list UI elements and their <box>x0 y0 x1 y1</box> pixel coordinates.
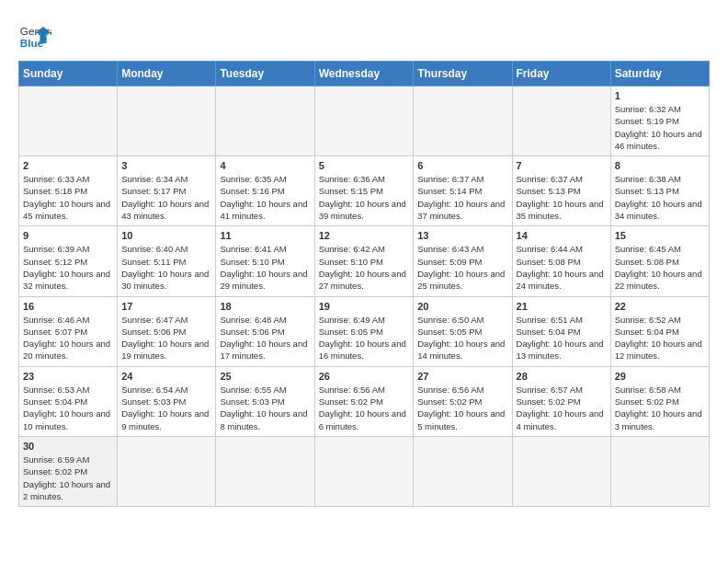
calendar-cell: 7Sunrise: 6:37 AM Sunset: 5:13 PM Daylig… <box>512 156 610 226</box>
calendar-cell <box>216 436 314 506</box>
weekday-header: Thursday <box>414 62 512 86</box>
day-number: 13 <box>417 230 507 241</box>
day-number: 10 <box>121 230 211 241</box>
day-info: Sunrise: 6:45 AM Sunset: 5:08 PM Dayligh… <box>615 243 705 292</box>
calendar-cell: 9Sunrise: 6:39 AM Sunset: 5:12 PM Daylig… <box>19 226 118 296</box>
day-number: 21 <box>517 301 607 312</box>
calendar-cell <box>512 436 610 506</box>
weekday-row: SundayMondayTuesdayWednesdayThursdayFrid… <box>19 62 710 86</box>
calendar-week-row: 30Sunrise: 6:59 AM Sunset: 5:02 PM Dayli… <box>19 436 710 506</box>
calendar-cell: 22Sunrise: 6:52 AM Sunset: 5:04 PM Dayli… <box>610 296 709 366</box>
day-number: 8 <box>615 160 705 171</box>
day-info: Sunrise: 6:54 AM Sunset: 5:03 PM Dayligh… <box>121 384 211 432</box>
day-info: Sunrise: 6:56 AM Sunset: 5:02 PM Dayligh… <box>417 384 507 432</box>
day-info: Sunrise: 6:37 AM Sunset: 5:14 PM Dayligh… <box>417 173 507 222</box>
day-number: 24 <box>121 371 211 382</box>
day-number: 5 <box>319 160 410 171</box>
calendar-week-row: 2Sunrise: 6:33 AM Sunset: 5:18 PM Daylig… <box>19 156 710 226</box>
calendar-cell <box>610 436 709 506</box>
calendar-cell <box>314 86 414 156</box>
day-info: Sunrise: 6:38 AM Sunset: 5:13 PM Dayligh… <box>615 173 705 222</box>
day-number: 17 <box>121 301 211 312</box>
calendar-cell: 5Sunrise: 6:36 AM Sunset: 5:15 PM Daylig… <box>314 156 414 226</box>
day-number: 30 <box>23 441 113 452</box>
day-info: Sunrise: 6:53 AM Sunset: 5:04 PM Dayligh… <box>23 384 113 432</box>
calendar-cell: 3Sunrise: 6:34 AM Sunset: 5:17 PM Daylig… <box>118 156 216 226</box>
day-number: 6 <box>417 160 507 171</box>
day-number: 1 <box>615 90 705 101</box>
day-info: Sunrise: 6:37 AM Sunset: 5:13 PM Dayligh… <box>517 173 607 222</box>
calendar-cell <box>118 436 216 506</box>
day-number: 23 <box>23 371 113 382</box>
day-number: 7 <box>517 160 607 171</box>
weekday-header: Wednesday <box>314 62 414 86</box>
calendar-cell: 24Sunrise: 6:54 AM Sunset: 5:03 PM Dayli… <box>118 366 216 436</box>
calendar-cell: 17Sunrise: 6:47 AM Sunset: 5:06 PM Dayli… <box>118 296 216 366</box>
calendar-cell: 30Sunrise: 6:59 AM Sunset: 5:02 PM Dayli… <box>19 436 118 506</box>
logo-icon: General Blue <box>18 18 51 52</box>
calendar-cell: 21Sunrise: 6:51 AM Sunset: 5:04 PM Dayli… <box>512 296 610 366</box>
calendar-cell: 10Sunrise: 6:40 AM Sunset: 5:11 PM Dayli… <box>118 226 216 296</box>
day-number: 29 <box>615 371 705 382</box>
calendar-cell: 23Sunrise: 6:53 AM Sunset: 5:04 PM Dayli… <box>19 366 118 436</box>
calendar-cell <box>512 86 610 156</box>
day-info: Sunrise: 6:46 AM Sunset: 5:07 PM Dayligh… <box>23 314 113 362</box>
day-number: 15 <box>615 230 705 241</box>
day-info: Sunrise: 6:36 AM Sunset: 5:15 PM Dayligh… <box>319 173 410 222</box>
day-info: Sunrise: 6:44 AM Sunset: 5:08 PM Dayligh… <box>517 243 607 292</box>
day-number: 11 <box>220 230 310 241</box>
calendar-cell <box>19 86 118 156</box>
calendar-cell: 8Sunrise: 6:38 AM Sunset: 5:13 PM Daylig… <box>610 156 709 226</box>
day-info: Sunrise: 6:59 AM Sunset: 5:02 PM Dayligh… <box>23 454 113 502</box>
day-info: Sunrise: 6:34 AM Sunset: 5:17 PM Dayligh… <box>121 173 211 222</box>
day-number: 18 <box>220 301 310 312</box>
day-info: Sunrise: 6:50 AM Sunset: 5:05 PM Dayligh… <box>417 314 507 362</box>
weekday-header: Monday <box>118 62 216 86</box>
calendar-cell: 16Sunrise: 6:46 AM Sunset: 5:07 PM Dayli… <box>19 296 118 366</box>
calendar-cell <box>414 86 512 156</box>
day-number: 3 <box>121 160 211 171</box>
day-info: Sunrise: 6:40 AM Sunset: 5:11 PM Dayligh… <box>121 243 211 292</box>
calendar-cell: 11Sunrise: 6:41 AM Sunset: 5:10 PM Dayli… <box>216 226 314 296</box>
day-info: Sunrise: 6:56 AM Sunset: 5:02 PM Dayligh… <box>319 384 410 432</box>
day-number: 25 <box>220 371 310 382</box>
logo: General Blue <box>18 18 57 52</box>
day-number: 14 <box>517 230 607 241</box>
day-number: 9 <box>23 230 113 241</box>
calendar-cell: 4Sunrise: 6:35 AM Sunset: 5:16 PM Daylig… <box>216 156 314 226</box>
day-info: Sunrise: 6:58 AM Sunset: 5:02 PM Dayligh… <box>615 384 705 432</box>
day-info: Sunrise: 6:47 AM Sunset: 5:06 PM Dayligh… <box>121 314 211 362</box>
calendar-week-row: 9Sunrise: 6:39 AM Sunset: 5:12 PM Daylig… <box>19 226 710 296</box>
day-info: Sunrise: 6:48 AM Sunset: 5:06 PM Dayligh… <box>220 314 310 362</box>
day-number: 16 <box>23 301 113 312</box>
calendar-table: SundayMondayTuesdayWednesdayThursdayFrid… <box>18 61 710 507</box>
day-info: Sunrise: 6:35 AM Sunset: 5:16 PM Dayligh… <box>220 173 310 222</box>
calendar-cell: 19Sunrise: 6:49 AM Sunset: 5:05 PM Dayli… <box>314 296 414 366</box>
calendar-cell: 18Sunrise: 6:48 AM Sunset: 5:06 PM Dayli… <box>216 296 314 366</box>
day-number: 19 <box>319 301 410 312</box>
calendar-cell <box>216 86 314 156</box>
weekday-header: Friday <box>512 62 610 86</box>
day-info: Sunrise: 6:52 AM Sunset: 5:04 PM Dayligh… <box>615 314 705 362</box>
calendar-cell: 27Sunrise: 6:56 AM Sunset: 5:02 PM Dayli… <box>414 366 512 436</box>
day-number: 2 <box>23 160 113 171</box>
calendar-cell: 26Sunrise: 6:56 AM Sunset: 5:02 PM Dayli… <box>314 366 414 436</box>
day-info: Sunrise: 6:57 AM Sunset: 5:02 PM Dayligh… <box>517 384 607 432</box>
calendar-cell: 12Sunrise: 6:42 AM Sunset: 5:10 PM Dayli… <box>314 226 414 296</box>
day-info: Sunrise: 6:33 AM Sunset: 5:18 PM Dayligh… <box>23 173 113 222</box>
calendar-week-row: 23Sunrise: 6:53 AM Sunset: 5:04 PM Dayli… <box>19 366 710 436</box>
calendar-header: SundayMondayTuesdayWednesdayThursdayFrid… <box>19 62 710 86</box>
calendar-cell: 29Sunrise: 6:58 AM Sunset: 5:02 PM Dayli… <box>610 366 709 436</box>
day-number: 27 <box>417 371 507 382</box>
day-number: 12 <box>319 230 410 241</box>
day-info: Sunrise: 6:39 AM Sunset: 5:12 PM Dayligh… <box>23 243 113 292</box>
calendar-body: 1Sunrise: 6:32 AM Sunset: 5:19 PM Daylig… <box>19 86 710 507</box>
calendar-cell: 15Sunrise: 6:45 AM Sunset: 5:08 PM Dayli… <box>610 226 709 296</box>
calendar-cell: 28Sunrise: 6:57 AM Sunset: 5:02 PM Dayli… <box>512 366 610 436</box>
day-number: 22 <box>615 301 705 312</box>
calendar-cell: 13Sunrise: 6:43 AM Sunset: 5:09 PM Dayli… <box>414 226 512 296</box>
calendar-week-row: 1Sunrise: 6:32 AM Sunset: 5:19 PM Daylig… <box>19 86 710 156</box>
day-number: 28 <box>517 371 607 382</box>
calendar-cell: 25Sunrise: 6:55 AM Sunset: 5:03 PM Dayli… <box>216 366 314 436</box>
calendar-cell <box>314 436 414 506</box>
